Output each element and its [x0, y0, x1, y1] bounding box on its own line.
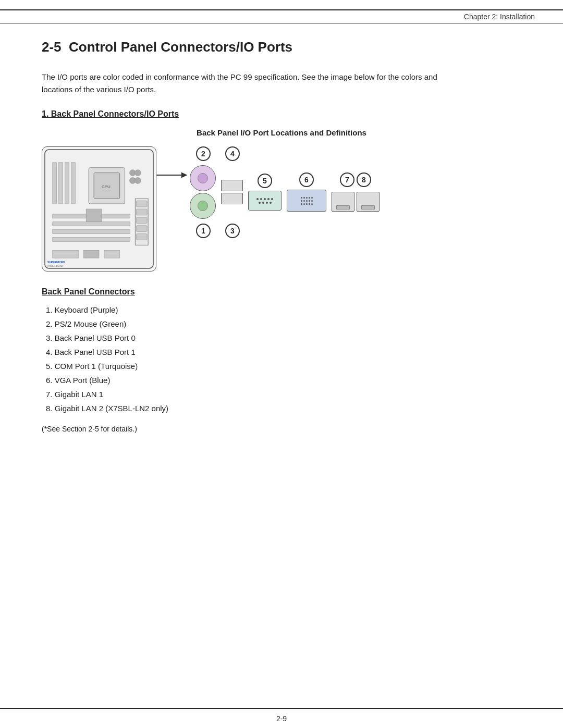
- svg-rect-21: [136, 226, 147, 232]
- chapter-label: Chapter 2: Installation: [464, 13, 535, 21]
- svg-rect-23: [53, 250, 79, 258]
- vga-port-group: 6: [287, 172, 326, 212]
- title-text: Control Panel Connectors/IO Ports: [69, 39, 292, 55]
- ps2-ports-group: [190, 165, 216, 219]
- svg-text:SUPERMICRO: SUPERMICRO: [47, 261, 65, 264]
- title-number: 2-5: [42, 39, 62, 55]
- port-num-2: 2: [196, 146, 211, 161]
- port-num-6: 6: [299, 172, 314, 187]
- list-item: 6. VGA Port (Blue): [46, 373, 521, 387]
- com-port: [248, 191, 282, 211]
- svg-rect-5: [59, 163, 63, 204]
- intro-paragraph: The I/O ports are color coded in conform…: [42, 71, 469, 96]
- svg-rect-19: [136, 209, 147, 215]
- svg-marker-29: [181, 172, 188, 178]
- arrow-connector: [156, 146, 190, 180]
- main-content: 2-5 Control Panel Connectors/IO Ports Th…: [0, 23, 563, 708]
- list-item: 7. Gigabit LAN 1: [46, 387, 521, 401]
- list-item: 3. Back Panel USB Port 0: [46, 331, 521, 345]
- header-bar: Chapter 2: Installation: [0, 10, 563, 23]
- svg-rect-4: [53, 163, 57, 204]
- svg-rect-9: [53, 222, 130, 226]
- port-num-5: 5: [258, 174, 272, 188]
- list-item: 2. PS/2 Mouse (Green): [46, 317, 521, 331]
- svg-rect-6: [65, 163, 69, 204]
- port-num-1: 1: [196, 224, 211, 238]
- section1-heading: 1. Back Panel Connectors/IO Ports: [42, 109, 521, 119]
- diagram-heading: Back Panel I/O Port Locations and Defini…: [42, 128, 521, 137]
- svg-rect-22: [136, 234, 147, 240]
- com-port-group: 5: [248, 174, 282, 211]
- list-item: 8. Gigabit LAN 2 (X7SBL-LN2 only): [46, 401, 521, 415]
- see-section-note: (*See Section 2-5 for details.): [42, 425, 521, 433]
- svg-text:X7SBL-LAN/LN2: X7SBL-LAN/LN2: [47, 265, 63, 267]
- list-item: 1. Keyboard (Purple): [46, 303, 521, 317]
- svg-text:CPU: CPU: [102, 184, 111, 189]
- usb-ports-group: [221, 180, 243, 204]
- lan2-port: [357, 192, 380, 212]
- page-number: 2-9: [276, 714, 287, 723]
- motherboard-image: CPU: [42, 146, 156, 272]
- diagram-area: CPU: [42, 146, 521, 272]
- svg-rect-10: [53, 230, 130, 234]
- lan-ports-group: 7 8: [332, 172, 380, 212]
- svg-point-16: [134, 178, 141, 184]
- ps2-mouse-port: [190, 193, 216, 219]
- page-title: 2-5 Control Panel Connectors/IO Ports: [42, 39, 521, 56]
- port-num-7: 7: [340, 172, 354, 187]
- list-item: 5. COM Port 1 (Turquoise): [46, 359, 521, 373]
- usb-port-0: [221, 180, 243, 191]
- svg-rect-7: [71, 163, 75, 204]
- port-num-3: 3: [225, 224, 240, 238]
- port-num-8: 8: [357, 172, 371, 187]
- page-container: Chapter 2: Installation 2-5 Control Pane…: [0, 0, 563, 728]
- connectors-section: Back Panel Connectors 1. Keyboard (Purpl…: [42, 287, 521, 433]
- svg-rect-18: [136, 201, 147, 207]
- footer: 2-9: [0, 708, 563, 728]
- connectors-list: 1. Keyboard (Purple) 2. PS/2 Mouse (Gree…: [42, 303, 521, 415]
- svg-rect-25: [104, 250, 120, 258]
- svg-point-14: [134, 170, 141, 176]
- io-ports-display: 2 4: [190, 146, 380, 238]
- vga-port: [287, 190, 326, 212]
- svg-rect-24: [83, 250, 99, 258]
- usb-port-1: [221, 193, 243, 204]
- back-panel-heading: Back Panel Connectors: [42, 287, 521, 297]
- port-num-4: 4: [225, 146, 240, 161]
- svg-rect-11: [53, 238, 130, 242]
- list-item: 4. Back Panel USB Port 1: [46, 345, 521, 359]
- svg-rect-12: [86, 209, 102, 222]
- ps2-keyboard-port: [190, 165, 216, 191]
- svg-rect-20: [136, 217, 147, 224]
- lan1-port: [332, 192, 354, 212]
